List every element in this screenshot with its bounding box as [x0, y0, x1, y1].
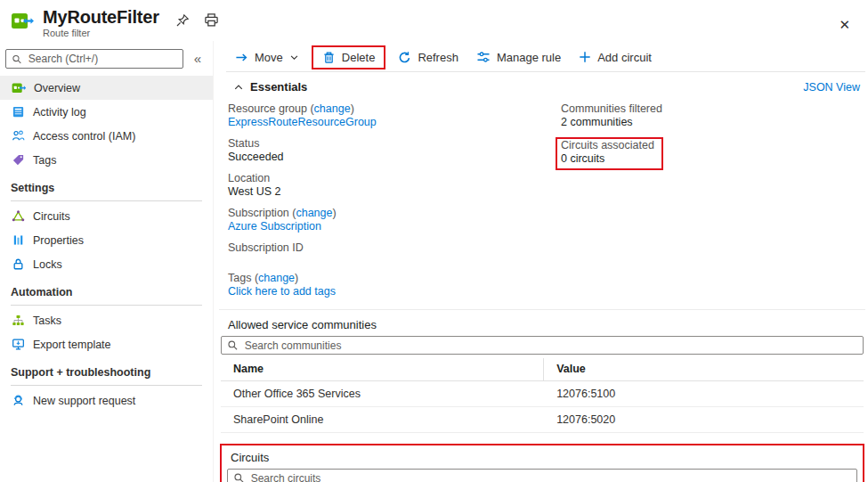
circuits-associated-label: Circuits associated — [561, 139, 654, 152]
sidebar-item-label: Activity log — [33, 106, 86, 118]
collapse-menu-button[interactable]: « — [188, 50, 207, 68]
communities-filtered-label: Communities filtered — [561, 102, 865, 116]
sidebar-item-label: Export template — [33, 339, 111, 351]
pin-button[interactable] — [174, 11, 191, 29]
resource-group-change-link[interactable]: change — [314, 102, 351, 115]
allowed-communities-title: Allowed service communities — [228, 318, 865, 331]
refresh-icon — [398, 51, 411, 64]
resource-menu: Overview Activity log Access con — [0, 76, 213, 413]
circuits-associated-value: 0 circuits — [561, 152, 654, 166]
sidebar-item-label: Properties — [33, 234, 84, 247]
sidebar-item-export-template[interactable]: Export template — [0, 332, 213, 356]
subscription-id-field: Subscription ID — [228, 241, 561, 255]
table-row[interactable]: SharePoint Online 12076:5020 — [221, 407, 864, 433]
overview-icon — [12, 81, 26, 95]
sidebar-item-locks[interactable]: Locks — [0, 252, 213, 276]
chevron-up-icon — [233, 82, 244, 93]
sidebar-item-activity-log[interactable]: Activity log — [0, 100, 213, 124]
communities-filtered-field: Communities filtered 2 communities — [561, 102, 865, 129]
communities-search[interactable] — [221, 336, 864, 355]
json-view-link[interactable]: JSON View — [803, 81, 860, 94]
table-row[interactable]: Other Office 365 Services 12076:5100 — [221, 381, 864, 407]
sidebar-item-access-control[interactable]: Access control (IAM) — [0, 124, 213, 148]
communities-filtered-value: 2 communities — [561, 116, 865, 129]
annotation-circuits-section-highlight: Circuits Name Circuit status Provider st… — [220, 444, 864, 482]
sidebar-item-label: Tasks — [33, 315, 61, 327]
sidebar-item-circuits[interactable]: Circuits — [0, 204, 213, 228]
toolbar-divider — [226, 71, 865, 72]
move-arrow-icon — [235, 51, 248, 64]
pin-icon — [175, 13, 190, 28]
manage-rule-button[interactable]: Manage rule — [467, 46, 570, 68]
sidebar-item-overview[interactable]: Overview — [0, 76, 213, 100]
support-headset-icon — [12, 394, 25, 407]
refresh-button-label: Refresh — [418, 51, 458, 64]
access-control-icon — [12, 129, 25, 143]
manage-rule-icon — [476, 50, 491, 64]
search-icon — [227, 339, 239, 351]
essentials-title: Essentials — [250, 80, 307, 94]
resource-group-label: Resource group — [228, 102, 307, 115]
community-name: SharePoint Online — [221, 407, 544, 432]
tags-change-link[interactable]: change — [258, 272, 295, 284]
sidebar-search-input[interactable] — [27, 52, 177, 66]
sidebar-item-tasks[interactable]: Tasks — [0, 308, 213, 332]
sidebar-item-label: Access control (IAM) — [33, 130, 135, 143]
resource-group-value-link[interactable]: ExpressRouteResourceGroup — [228, 116, 377, 128]
sidebar-item-label: Tags — [33, 154, 56, 167]
section-divider — [219, 309, 865, 310]
subscription-label: Subscription — [228, 207, 289, 219]
page-header: MyRouteFilter Route filter ✕ — [0, 0, 868, 41]
sidebar-item-new-support-request[interactable]: New support request — [0, 388, 213, 413]
sidebar-item-label: Overview — [34, 82, 80, 94]
sidebar-item-label: New support request — [33, 395, 135, 407]
location-field: Location West US 2 — [228, 172, 561, 199]
add-circuit-button-label: Add circuit — [597, 51, 652, 64]
circuits-associated-field: Circuits associated 0 circuits — [561, 139, 654, 166]
communities-col-name: Name — [221, 358, 544, 380]
add-circuit-button[interactable]: Add circuit — [570, 47, 661, 68]
allowed-communities-section: Allowed service communities Name Value O… — [219, 318, 865, 433]
circuits-search-input[interactable] — [249, 471, 851, 482]
overview-blade: Move Delete — [214, 41, 868, 482]
trash-icon — [322, 51, 336, 64]
delete-button-label: Delete — [342, 51, 376, 64]
plus-icon — [579, 51, 591, 63]
tags-label: Tags — [228, 272, 251, 284]
command-bar: Move Delete — [219, 43, 865, 71]
subscription-field: Subscription (change) Azure Subscription — [228, 207, 561, 233]
status-field: Status Succeeded — [228, 137, 561, 164]
lock-icon — [12, 257, 25, 271]
print-button[interactable] — [202, 11, 221, 29]
close-blade-button[interactable]: ✕ — [833, 9, 856, 41]
search-icon — [233, 472, 245, 482]
delete-button[interactable]: Delete — [313, 47, 385, 68]
search-icon — [12, 53, 22, 65]
communities-table: Name Value Other Office 365 Services 120… — [221, 358, 864, 433]
chevron-down-icon — [289, 53, 299, 62]
circuits-search[interactable] — [227, 469, 857, 482]
status-value: Succeeded — [228, 151, 561, 164]
subscription-value-link[interactable]: Azure Subscription — [228, 220, 321, 233]
properties-icon — [12, 233, 25, 247]
community-value: 12076:5020 — [544, 407, 864, 432]
move-button[interactable]: Move — [226, 47, 308, 68]
circuits-icon — [12, 209, 25, 223]
tags-field: Tags (change) Click here to add tags — [228, 272, 561, 298]
essentials-toggle[interactable]: Essentials — [228, 79, 312, 94]
move-button-label: Move — [255, 51, 283, 64]
resource-type-label: Route filter — [43, 28, 159, 38]
sidebar-item-tags[interactable]: Tags — [0, 148, 213, 172]
subscription-change-link[interactable]: change — [296, 207, 332, 219]
printer-icon — [204, 12, 219, 28]
route-filter-icon — [11, 10, 34, 33]
tag-icon — [12, 153, 25, 167]
sidebar-search[interactable] — [5, 49, 183, 69]
refresh-button[interactable]: Refresh — [389, 47, 467, 68]
sidebar-item-properties[interactable]: Properties — [0, 228, 213, 252]
communities-col-value: Value — [544, 358, 864, 380]
communities-search-input[interactable] — [243, 339, 857, 353]
sidebar-section-support: Support + troubleshooting — [11, 366, 202, 386]
add-tags-link[interactable]: Click here to add tags — [228, 285, 336, 298]
manage-rule-button-label: Manage rule — [497, 51, 561, 64]
